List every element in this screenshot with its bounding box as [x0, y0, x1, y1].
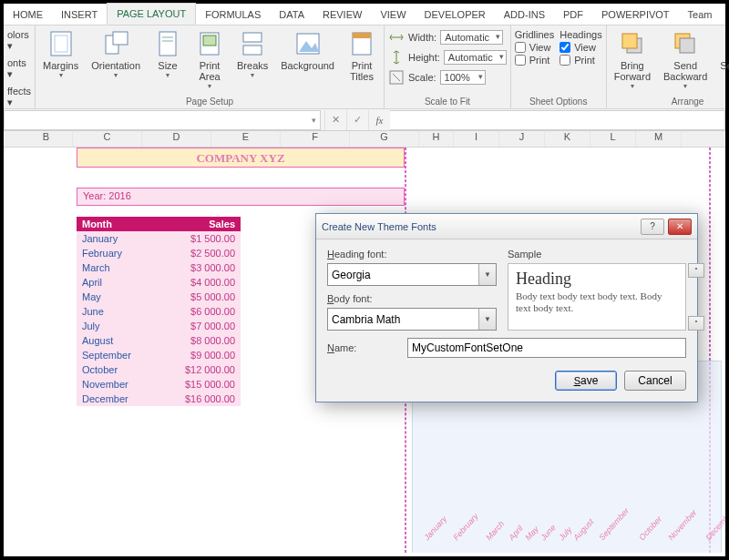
width-select[interactable]: Automatic	[440, 30, 503, 45]
cancel-formula-icon[interactable]: ✕	[324, 110, 346, 130]
headings-print-checkbox[interactable]: Print	[560, 55, 601, 66]
group-label-sheet-options: Sheet Options	[515, 95, 602, 108]
cancel-button[interactable]: Cancel	[624, 371, 686, 391]
col-header[interactable]: M	[636, 131, 682, 147]
table-row[interactable]: December$16 000.00	[77, 392, 241, 406]
sample-scrollbar[interactable]: ˄ ˅	[688, 263, 704, 331]
themes-colors[interactable]: olors ▾	[7, 27, 31, 54]
header-sales: Sales	[159, 217, 241, 231]
col-header[interactable]: D	[142, 131, 211, 147]
bring-forward-button[interactable]: Bring Forward▾	[611, 27, 654, 92]
name-input[interactable]	[407, 338, 686, 358]
col-header[interactable]: K	[545, 131, 590, 147]
svg-rect-8	[203, 36, 216, 46]
tab-powerpivot[interactable]: POWERPIVOT	[592, 5, 679, 25]
svg-rect-3	[113, 32, 128, 45]
orientation-button[interactable]: Orientation▾	[87, 27, 144, 81]
table-row[interactable]: May$5 000.00	[77, 290, 241, 304]
gridlines-print-checkbox[interactable]: Print	[515, 55, 554, 66]
formula-input[interactable]	[390, 110, 725, 130]
svg-rect-10	[243, 46, 262, 55]
body-font-select[interactable]: Cambria Math	[327, 308, 497, 331]
tab-addins[interactable]: ADD-INS	[495, 5, 554, 25]
tab-data[interactable]: DATA	[270, 5, 313, 25]
table-row[interactable]: January$1 500.00	[77, 231, 241, 246]
col-header[interactable]: G	[350, 131, 419, 147]
table-row[interactable]: March$3 000.00	[77, 260, 241, 275]
print-titles-button[interactable]: Print Titles	[344, 27, 380, 84]
tab-team[interactable]: Team	[679, 5, 722, 25]
table-row[interactable]: August$8 000.00	[77, 333, 241, 348]
height-select[interactable]: Automatic	[444, 50, 507, 65]
dialog-title: Create New Theme Fonts	[322, 221, 436, 232]
scale-icon	[388, 69, 405, 86]
group-arrange: Bring Forward▾ Send Backward▾ Selection …	[607, 25, 729, 108]
table-row[interactable]: July$7 000.00	[77, 319, 241, 333]
col-header[interactable]: B	[20, 131, 73, 147]
themes-fonts[interactable]: onts ▾	[7, 56, 31, 82]
col-header[interactable]: E	[211, 131, 281, 147]
col-header[interactable]: L	[590, 131, 636, 147]
chart-axis-label: June	[539, 523, 558, 542]
headings-view-checkbox[interactable]: View	[560, 42, 601, 53]
col-header[interactable]: J	[499, 131, 545, 147]
year-cell[interactable]: Year: 2016	[77, 188, 405, 206]
breaks-button[interactable]: Breaks▾	[233, 27, 272, 81]
tab-pdf[interactable]: PDF	[554, 5, 592, 25]
heading-font-select[interactable]: Georgia	[327, 263, 497, 286]
close-button[interactable]: ✕	[668, 219, 692, 235]
margins-button[interactable]: Margins▾	[39, 27, 82, 81]
ribbon: olors ▾ onts ▾ ffects ▾ Margins▾ Orienta…	[4, 25, 725, 109]
tab-insert[interactable]: INSERT	[52, 5, 107, 25]
group-label-arrange: Arrange	[611, 95, 729, 108]
body-font-label: Body font:	[327, 293, 497, 304]
create-theme-fonts-dialog: Create New Theme Fonts ? ✕ Heading font:…	[315, 213, 698, 402]
col-header[interactable]: C	[73, 131, 142, 147]
svg-rect-19	[680, 38, 694, 53]
group-scale-to-fit: Width: Automatic Height: Automatic Scale…	[385, 25, 511, 108]
col-header[interactable]: F	[281, 131, 350, 147]
scroll-up-icon[interactable]: ˄	[688, 263, 704, 278]
table-row[interactable]: October$12 000.00	[77, 362, 241, 377]
tab-view[interactable]: VIEW	[371, 5, 415, 25]
width-icon	[388, 29, 405, 46]
tab-developer[interactable]: DEVELOPER	[416, 5, 495, 25]
table-row[interactable]: June$6 000.00	[77, 304, 241, 319]
height-label: Height:	[408, 52, 440, 63]
col-header[interactable]: I	[454, 131, 499, 147]
company-title-cell[interactable]: COMPANY XYZ	[77, 148, 405, 168]
gridlines-view-checkbox[interactable]: View	[515, 42, 554, 53]
table-row[interactable]: November$15 000.00	[77, 377, 241, 392]
col-header[interactable]: H	[419, 131, 454, 147]
background-button[interactable]: Background	[277, 27, 338, 73]
tab-review[interactable]: REVIEW	[313, 5, 371, 25]
tab-home[interactable]: HOME	[4, 5, 52, 25]
table-row[interactable]: September$9 000.00	[77, 348, 241, 362]
dialog-titlebar[interactable]: Create New Theme Fonts ? ✕	[316, 214, 697, 239]
table-header-row: Month Sales	[77, 217, 241, 231]
chart-axis-label: April	[507, 524, 524, 542]
print-area-button[interactable]: Print Area▾	[191, 27, 228, 92]
help-button[interactable]: ?	[641, 219, 664, 235]
orientation-icon	[101, 29, 130, 58]
scale-spinner[interactable]: 100%	[440, 70, 486, 85]
themes-effects[interactable]: ffects ▾	[7, 84, 31, 110]
enter-formula-icon[interactable]: ✓	[346, 110, 368, 130]
size-button[interactable]: Size▾	[149, 27, 186, 81]
name-box[interactable]	[4, 110, 321, 130]
table-row[interactable]: April$4 000.00	[77, 275, 241, 290]
cell-month: February	[77, 246, 159, 260]
tab-formulas[interactable]: FORMULAS	[196, 5, 270, 25]
cell-sales: $2 500.00	[159, 246, 241, 260]
tab-page-layout[interactable]: PAGE LAYOUT	[107, 3, 196, 25]
send-backward-button[interactable]: Send Backward▾	[660, 27, 711, 92]
width-label: Width:	[408, 32, 436, 43]
group-page-setup: Margins▾ Orientation▾ Size▾ Print Area▾ …	[36, 25, 385, 108]
fx-icon[interactable]: fx	[368, 110, 390, 130]
cell-month: December	[77, 392, 159, 406]
cell-sales: $5 000.00	[159, 290, 241, 304]
save-button[interactable]: Save	[555, 371, 617, 391]
selection-pane-button[interactable]: Selection Pane	[716, 27, 729, 84]
scroll-down-icon[interactable]: ˅	[688, 316, 704, 331]
table-row[interactable]: February$2 500.00	[77, 246, 241, 260]
